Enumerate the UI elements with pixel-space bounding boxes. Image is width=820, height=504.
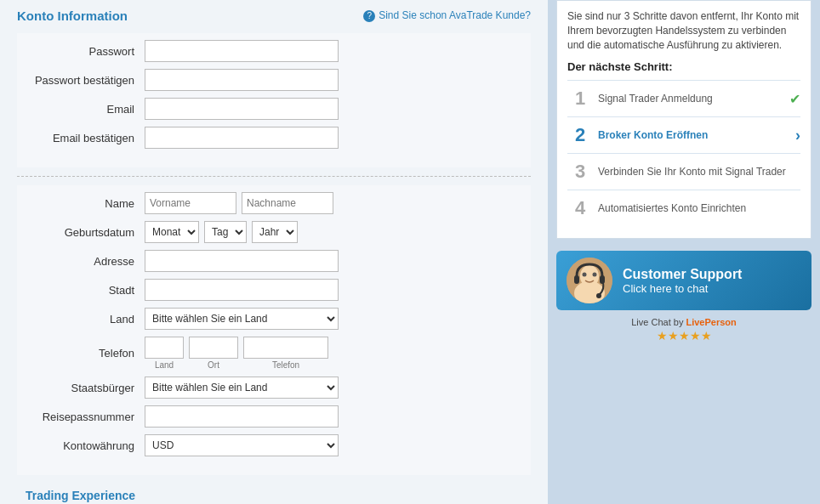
avatrade-link[interactable]: Sind Sie schon AvaTrade Kunde? bbox=[363, 9, 531, 22]
staatsb-label: Staatsbürger bbox=[26, 382, 145, 394]
reisepass-input[interactable] bbox=[145, 405, 339, 428]
passwort-confirm-row: Passwort bestätigen bbox=[17, 69, 531, 91]
livechat-label: Live Chat by bbox=[631, 317, 683, 327]
step-2[interactable]: 2 Broker Konto Eröffnen › bbox=[567, 116, 800, 153]
passwort-label: Passwort bbox=[26, 45, 145, 58]
geburtsdatum-label: Geburtsdatum bbox=[26, 226, 145, 239]
name-inputs bbox=[145, 192, 333, 214]
step-1-check-icon: ✔ bbox=[789, 91, 800, 107]
phone-inputs: Land Ort Telefon bbox=[145, 337, 328, 370]
support-avatar-icon bbox=[567, 258, 612, 303]
next-step-label: Der nächste Schritt: bbox=[567, 60, 800, 73]
ort-code-group: Ort bbox=[189, 337, 238, 370]
right-sidebar: Sie sind nur 3 Schritte davon entfernt, … bbox=[548, 0, 820, 504]
credentials-section: Passwort Passwort bestätigen Email Email… bbox=[17, 33, 531, 167]
adresse-label: Adresse bbox=[26, 255, 145, 268]
stadt-label: Stadt bbox=[26, 284, 145, 297]
land-code-label: Land bbox=[155, 360, 174, 370]
svg-point-3 bbox=[583, 273, 587, 277]
support-subtitle: Click here to chat bbox=[623, 282, 742, 296]
svg-point-4 bbox=[593, 273, 597, 277]
staatsb-select[interactable]: Bitte wählen Sie ein Land bbox=[145, 377, 339, 399]
telefon-number-input[interactable] bbox=[243, 337, 328, 359]
email-row: Email bbox=[17, 98, 531, 120]
email-label: Email bbox=[26, 103, 145, 116]
page-title: Konto Information bbox=[17, 8, 128, 23]
monat-select[interactable]: Monat bbox=[145, 221, 199, 243]
name-label: Name bbox=[26, 197, 145, 210]
tag-select[interactable]: Tag bbox=[204, 221, 247, 243]
land-code-group: Land bbox=[145, 337, 184, 370]
email-confirm-label: Email bestätigen bbox=[26, 132, 145, 144]
dob-selects: Monat Tag Jahr bbox=[145, 221, 298, 243]
step-4-text: Automatisiertes Konto Einrichten bbox=[593, 201, 800, 215]
adresse-row: Adresse bbox=[17, 250, 531, 272]
adresse-input[interactable] bbox=[145, 250, 339, 272]
livechat-row: Live Chat by LivePerson ★★★★★ bbox=[556, 317, 811, 343]
trading-section-title: Trading Experience bbox=[17, 482, 531, 504]
step-1-text: Signal Trader Anmeldung bbox=[593, 92, 789, 105]
step-2-arrow-icon: › bbox=[795, 127, 800, 144]
steps-intro: Sie sind nur 3 Schritte davon entfernt, … bbox=[567, 9, 800, 52]
reisepass-row: Reisepassnummer bbox=[17, 405, 531, 428]
email-confirm-row: Email bestätigen bbox=[17, 127, 531, 149]
step-4-number: 4 bbox=[567, 197, 593, 219]
svg-point-7 bbox=[596, 293, 601, 298]
telefon-row: Telefon Land Ort Telefon bbox=[17, 337, 531, 370]
telefon-label: Telefon bbox=[26, 347, 145, 360]
customer-support-box[interactable]: Customer Support Click here to chat bbox=[556, 251, 811, 310]
telefon-number-group: Telefon bbox=[243, 337, 328, 370]
geburtsdatum-row: Geburtsdatum Monat Tag Jahr bbox=[17, 221, 531, 243]
jahr-select[interactable]: Jahr bbox=[252, 221, 298, 243]
step-4: 4 Automatisiertes Konto Einrichten bbox=[567, 190, 800, 226]
land-code-input[interactable] bbox=[145, 337, 184, 359]
stadt-input[interactable] bbox=[145, 279, 339, 301]
passwort-confirm-input[interactable] bbox=[145, 69, 339, 91]
support-title: Customer Support bbox=[623, 266, 742, 282]
section-header: Konto Information Sind Sie schon AvaTrad… bbox=[17, 8, 531, 23]
livechat-stars: ★★★★★ bbox=[556, 329, 811, 343]
staatsb-row: Staatsbürger Bitte wählen Sie ein Land bbox=[17, 377, 531, 399]
main-content: Konto Information Sind Sie schon AvaTrad… bbox=[0, 0, 548, 504]
land-label: Land bbox=[26, 313, 145, 326]
nachname-input[interactable] bbox=[242, 192, 333, 214]
support-text: Customer Support Click here to chat bbox=[623, 266, 742, 296]
step-3: 3 Verbinden Sie Ihr Konto mit Signal Tra… bbox=[567, 153, 800, 190]
email-confirm-input[interactable] bbox=[145, 127, 339, 149]
svg-rect-5 bbox=[574, 275, 579, 284]
steps-box: Sie sind nur 3 Schritte davon entfernt, … bbox=[556, 0, 811, 239]
name-row: Name bbox=[17, 192, 531, 214]
stadt-row: Stadt bbox=[17, 279, 531, 301]
vorname-input[interactable] bbox=[145, 192, 236, 214]
support-avatar bbox=[567, 258, 612, 303]
step-1: 1 Signal Trader Anmeldung ✔ bbox=[567, 80, 800, 116]
passwort-row: Passwort bbox=[17, 40, 531, 62]
step-1-number: 1 bbox=[567, 88, 593, 110]
email-input[interactable] bbox=[145, 98, 339, 120]
reisepass-label: Reisepassnummer bbox=[26, 411, 145, 423]
kontow-select[interactable]: USD bbox=[145, 434, 339, 456]
land-row: Land Bitte wählen Sie ein Land bbox=[17, 308, 531, 330]
step-3-text: Verbinden Sie Ihr Konto mit Signal Trade… bbox=[593, 165, 800, 178]
ort-code-input[interactable] bbox=[189, 337, 238, 359]
personal-section: Name Geburtsdatum Monat Tag Jahr bbox=[17, 185, 531, 475]
step-2-text: Broker Konto Eröffnen bbox=[593, 128, 795, 142]
passwort-confirm-label: Passwort bestätigen bbox=[26, 74, 145, 87]
kontow-row: Kontowährung USD bbox=[17, 434, 531, 456]
land-select[interactable]: Bitte wählen Sie ein Land bbox=[145, 308, 339, 330]
livechat-brand: LivePerson bbox=[686, 317, 736, 327]
passwort-input[interactable] bbox=[145, 40, 339, 62]
ort-code-label: Ort bbox=[208, 360, 219, 370]
step-2-number: 2 bbox=[567, 124, 593, 146]
telefon-inputs-wrap: Land Ort Telefon bbox=[145, 337, 328, 370]
step-3-number: 3 bbox=[567, 161, 593, 183]
kontow-label: Kontowährung bbox=[26, 439, 145, 452]
telefon-number-label: Telefon bbox=[272, 360, 299, 370]
